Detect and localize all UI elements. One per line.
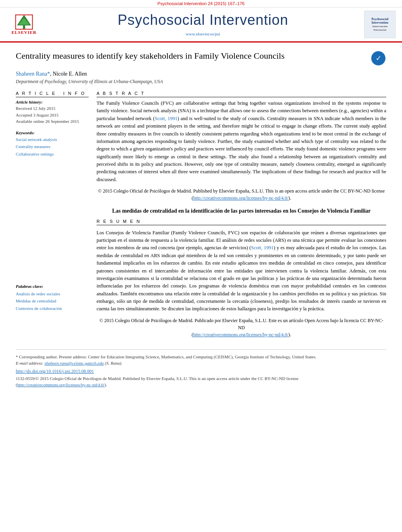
scott-1991-ref-es[interactable]: Scott, 1991: [251, 245, 274, 250]
page-content: Centrality measures to identify key stak…: [0, 43, 402, 400]
left-col-spacer: Palabras clave: Análisis de redes social…: [16, 284, 89, 312]
resumen-text: Los Consejos de Violencia Familiar (Fami…: [97, 229, 386, 313]
author-allen: Nicole E. Allen: [53, 71, 87, 77]
palabra-1[interactable]: Análisis de redes sociales: [16, 290, 89, 298]
svg-rect-3: [15, 15, 16, 30]
article-info-section: A R T I C L E I N F O Article history: R…: [16, 91, 89, 125]
authors-line: Shaheen Rana*, Nicole E. Allen: [16, 71, 386, 77]
palabra-3[interactable]: Contextos de colaboración: [16, 305, 89, 312]
email-note: (S. Rana).: [105, 361, 122, 365]
author-rana[interactable]: Shaheen Rana*: [16, 71, 50, 77]
affiliation: Department of Psychology, University of …: [16, 79, 386, 85]
svg-rect-4: [32, 15, 33, 30]
keywords-list: Social network analysis Centrality measu…: [16, 136, 89, 158]
svg-text:✓: ✓: [376, 54, 382, 62]
copyright-es: © 2015 Colegio Oficial de Psicólogos de …: [97, 317, 386, 338]
journal-cover-thumbnail: PsychosocialInterventionIntervenciónPsic…: [364, 11, 396, 38]
palabras-list: Análisis de redes sociales Medidas de ce…: [16, 290, 89, 312]
email-label: E-mail address:: [16, 361, 43, 365]
svg-rect-6: [15, 29, 33, 30]
article-info-label: A R T I C L E I N F O: [16, 91, 89, 97]
article-title-row: Centrality measures to identify key stak…: [16, 50, 386, 66]
keyword-3[interactable]: Collaborative settings: [16, 150, 89, 158]
two-column-layout: A R T I C L E I N F O Article history: R…: [16, 91, 386, 341]
keyword-2[interactable]: Centrality measures: [16, 143, 89, 150]
keywords-section: Keywords: Social network analysis Centra…: [16, 130, 89, 158]
author-email[interactable]: shaheen.rana@ceismc.gatech.edu: [45, 361, 104, 365]
svg-rect-5: [15, 15, 33, 15]
journal-citation-bar: Psychosocial Intervention 24 (2015) 167–…: [0, 0, 402, 7]
left-column: A R T I C L E I N F O Article history: R…: [16, 91, 89, 341]
elsevier-tree-icon: [12, 14, 36, 30]
journal-title-block: Psychosocial Intervention www.elsevier.e…: [42, 12, 364, 37]
available-date: Available online 26 September 2015: [16, 118, 89, 125]
keywords-label: Keywords:: [16, 130, 89, 135]
footer-section: * Corresponding author. Present address:…: [16, 349, 386, 388]
issn-license-link[interactable]: http://creativecommons.org/licenses/by-n…: [17, 382, 105, 387]
issn-text: 1132-0559/© 2015 Colegio Oficial de Psic…: [16, 375, 386, 388]
doi-link[interactable]: http://dx.doi.org/10.1016/j.psi.2015.08.…: [16, 369, 386, 374]
elsevier-logo: ELSEVIER: [6, 13, 42, 36]
journal-title: Psychosocial Intervention: [42, 12, 364, 28]
resumen-label: R E S U M E N: [97, 219, 386, 225]
crossmark-icon: ✓: [370, 50, 386, 66]
received-date: Received 12 July 2015: [16, 105, 89, 112]
svg-rect-0: [23, 25, 25, 29]
keyword-1[interactable]: Social network analysis: [16, 136, 89, 143]
right-column: A B S T R A C T The Family Violence Coun…: [97, 91, 386, 341]
palabra-2[interactable]: Medidas de centralidad: [16, 297, 89, 305]
accepted-date: Accepted 3 August 2015: [16, 112, 89, 119]
cc-license-link-en[interactable]: http://creativecommons.org/licenses/by-n…: [193, 195, 288, 201]
journal-header: ELSEVIER Psychosocial Intervention www.e…: [0, 7, 402, 42]
palabras-label: Palabras clave:: [16, 284, 89, 289]
copyright-en: © 2015 Colegio Oficial de Psicólogos de …: [97, 187, 386, 202]
journal-url[interactable]: www.elsevier.es/psi: [186, 32, 220, 36]
article-title-text: Centrality measures to identify key stak…: [16, 50, 367, 62]
abstract-text: The Family Violence Councils (FVC) are c…: [97, 100, 386, 184]
spanish-title: Las medidas de centralidad en la identif…: [97, 207, 386, 215]
elsevier-label: ELSEVIER: [11, 30, 37, 35]
history-label: Article history:: [16, 100, 89, 104]
cc-license-link-es[interactable]: http://creativecommons.org/licenses/by-n…: [193, 332, 288, 337]
footnote-text: * Corresponding author. Present address:…: [16, 354, 386, 367]
abstract-label: A B S T R A C T: [97, 91, 386, 97]
scott-1991-ref-en[interactable]: Scott, 1991: [155, 116, 178, 121]
journal-citation: Psychosocial Intervention 24 (2015) 167–…: [158, 1, 245, 6]
